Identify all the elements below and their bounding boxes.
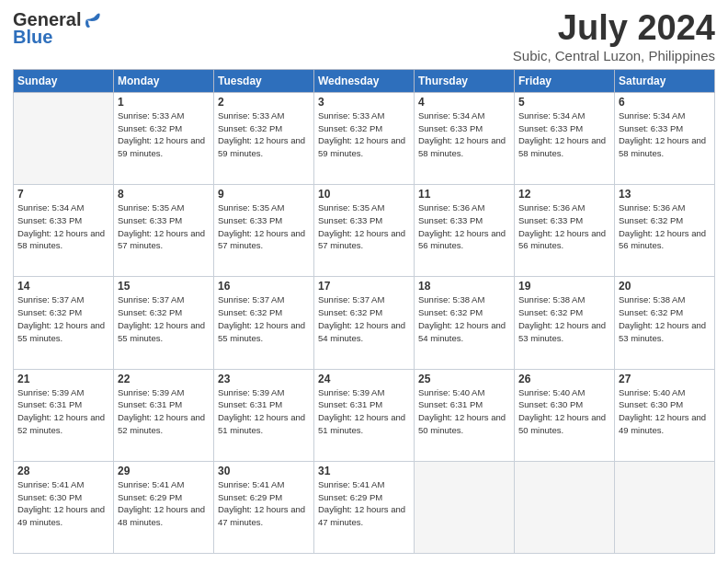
calendar-cell: 31Sunrise: 5:41 AM Sunset: 6:29 PM Dayli… — [314, 461, 415, 553]
day-info: Sunrise: 5:36 AM Sunset: 6:33 PM Dayligh… — [418, 201, 510, 252]
calendar-cell: 30Sunrise: 5:41 AM Sunset: 6:29 PM Dayli… — [214, 461, 314, 553]
day-info: Sunrise: 5:40 AM Sunset: 6:30 PM Dayligh… — [619, 386, 711, 437]
calendar-cell: 2Sunrise: 5:33 AM Sunset: 6:32 PM Daylig… — [214, 92, 314, 184]
day-info: Sunrise: 5:33 AM Sunset: 6:32 PM Dayligh… — [118, 109, 210, 160]
week-row-4: 21Sunrise: 5:39 AM Sunset: 6:31 PM Dayli… — [14, 369, 715, 461]
day-number: 25 — [418, 373, 510, 385]
weekday-header-thursday: Thursday — [415, 69, 515, 92]
subtitle: Subic, Central Luzon, Philippines — [513, 48, 715, 63]
calendar-cell: 3Sunrise: 5:33 AM Sunset: 6:32 PM Daylig… — [314, 92, 415, 184]
weekday-header-wednesday: Wednesday — [314, 69, 415, 92]
calendar-cell: 5Sunrise: 5:34 AM Sunset: 6:33 PM Daylig… — [515, 92, 615, 184]
calendar-cell — [615, 461, 715, 553]
day-number: 1 — [118, 96, 210, 109]
day-number: 22 — [118, 373, 210, 385]
day-number: 28 — [17, 465, 109, 477]
calendar-cell: 29Sunrise: 5:41 AM Sunset: 6:29 PM Dayli… — [114, 461, 214, 553]
weekday-header-saturday: Saturday — [615, 69, 715, 92]
day-number: 19 — [518, 280, 610, 293]
day-number: 9 — [218, 188, 310, 201]
calendar-cell: 7Sunrise: 5:34 AM Sunset: 6:33 PM Daylig… — [14, 185, 114, 277]
weekday-header-tuesday: Tuesday — [214, 69, 314, 92]
calendar-cell: 22Sunrise: 5:39 AM Sunset: 6:31 PM Dayli… — [114, 369, 214, 461]
calendar-cell — [515, 461, 615, 553]
day-number: 10 — [318, 188, 410, 201]
day-info: Sunrise: 5:39 AM Sunset: 6:31 PM Dayligh… — [118, 386, 210, 437]
week-row-5: 28Sunrise: 5:41 AM Sunset: 6:30 PM Dayli… — [14, 461, 715, 553]
day-info: Sunrise: 5:37 AM Sunset: 6:32 PM Dayligh… — [118, 293, 210, 344]
calendar-cell: 12Sunrise: 5:36 AM Sunset: 6:33 PM Dayli… — [515, 185, 615, 277]
day-info: Sunrise: 5:38 AM Sunset: 6:32 PM Dayligh… — [418, 293, 510, 344]
day-number: 20 — [619, 280, 711, 293]
day-info: Sunrise: 5:34 AM Sunset: 6:33 PM Dayligh… — [17, 201, 109, 252]
day-number: 26 — [518, 373, 610, 385]
calendar-cell: 24Sunrise: 5:39 AM Sunset: 6:31 PM Dayli… — [314, 369, 415, 461]
calendar-cell: 23Sunrise: 5:39 AM Sunset: 6:31 PM Dayli… — [214, 369, 314, 461]
day-number: 18 — [418, 280, 510, 293]
day-number: 8 — [118, 188, 210, 201]
calendar-cell: 10Sunrise: 5:35 AM Sunset: 6:33 PM Dayli… — [314, 185, 415, 277]
day-info: Sunrise: 5:37 AM Sunset: 6:32 PM Dayligh… — [218, 293, 310, 344]
calendar-cell: 15Sunrise: 5:37 AM Sunset: 6:32 PM Dayli… — [114, 277, 214, 369]
weekday-header-row: SundayMondayTuesdayWednesdayThursdayFrid… — [14, 69, 715, 92]
calendar-cell: 17Sunrise: 5:37 AM Sunset: 6:32 PM Dayli… — [314, 277, 415, 369]
calendar-table: SundayMondayTuesdayWednesdayThursdayFrid… — [13, 69, 715, 554]
day-info: Sunrise: 5:37 AM Sunset: 6:32 PM Dayligh… — [17, 293, 109, 344]
calendar-cell: 20Sunrise: 5:38 AM Sunset: 6:32 PM Dayli… — [615, 277, 715, 369]
weekday-header-sunday: Sunday — [14, 69, 114, 92]
day-number: 7 — [17, 188, 109, 201]
main-title: July 2024 — [513, 9, 715, 48]
day-info: Sunrise: 5:33 AM Sunset: 6:32 PM Dayligh… — [218, 109, 310, 160]
calendar-cell: 1Sunrise: 5:33 AM Sunset: 6:32 PM Daylig… — [114, 92, 214, 184]
logo-bird-icon — [81, 12, 101, 29]
day-number: 6 — [619, 96, 711, 109]
day-number: 13 — [619, 188, 711, 201]
calendar-cell: 8Sunrise: 5:35 AM Sunset: 6:33 PM Daylig… — [114, 185, 214, 277]
calendar-cell: 27Sunrise: 5:40 AM Sunset: 6:30 PM Dayli… — [615, 369, 715, 461]
calendar-cell: 11Sunrise: 5:36 AM Sunset: 6:33 PM Dayli… — [415, 185, 515, 277]
day-number: 5 — [518, 96, 610, 109]
day-info: Sunrise: 5:37 AM Sunset: 6:32 PM Dayligh… — [318, 293, 410, 344]
day-info: Sunrise: 5:38 AM Sunset: 6:32 PM Dayligh… — [619, 293, 711, 344]
calendar-cell: 6Sunrise: 5:34 AM Sunset: 6:33 PM Daylig… — [615, 92, 715, 184]
day-number: 17 — [318, 280, 410, 293]
day-info: Sunrise: 5:35 AM Sunset: 6:33 PM Dayligh… — [318, 201, 410, 252]
day-number: 23 — [218, 373, 310, 385]
calendar-cell: 21Sunrise: 5:39 AM Sunset: 6:31 PM Dayli… — [14, 369, 114, 461]
calendar-cell: 19Sunrise: 5:38 AM Sunset: 6:32 PM Dayli… — [515, 277, 615, 369]
header: General Blue July 2024 Subic, Central Lu… — [13, 9, 715, 63]
weekday-header-monday: Monday — [114, 69, 214, 92]
weekday-header-friday: Friday — [515, 69, 615, 92]
day-info: Sunrise: 5:36 AM Sunset: 6:32 PM Dayligh… — [619, 201, 711, 252]
logo-blue-text: Blue — [13, 27, 52, 48]
calendar-cell — [415, 461, 515, 553]
calendar-cell — [14, 92, 114, 184]
day-info: Sunrise: 5:35 AM Sunset: 6:33 PM Dayligh… — [118, 201, 210, 252]
calendar-cell: 25Sunrise: 5:40 AM Sunset: 6:31 PM Dayli… — [415, 369, 515, 461]
day-info: Sunrise: 5:41 AM Sunset: 6:29 PM Dayligh… — [118, 478, 210, 529]
week-row-2: 7Sunrise: 5:34 AM Sunset: 6:33 PM Daylig… — [14, 185, 715, 277]
day-info: Sunrise: 5:36 AM Sunset: 6:33 PM Dayligh… — [518, 201, 610, 252]
day-info: Sunrise: 5:40 AM Sunset: 6:30 PM Dayligh… — [518, 386, 610, 437]
calendar-cell: 13Sunrise: 5:36 AM Sunset: 6:32 PM Dayli… — [615, 185, 715, 277]
day-number: 16 — [218, 280, 310, 293]
day-number: 14 — [17, 280, 109, 293]
logo: General Blue — [13, 9, 101, 48]
calendar-cell: 4Sunrise: 5:34 AM Sunset: 6:33 PM Daylig… — [415, 92, 515, 184]
day-number: 29 — [118, 465, 210, 477]
day-number: 30 — [218, 465, 310, 477]
day-info: Sunrise: 5:38 AM Sunset: 6:32 PM Dayligh… — [518, 293, 610, 344]
day-number: 4 — [418, 96, 510, 109]
title-block: July 2024 Subic, Central Luzon, Philippi… — [513, 9, 715, 63]
day-info: Sunrise: 5:33 AM Sunset: 6:32 PM Dayligh… — [318, 109, 410, 160]
day-info: Sunrise: 5:40 AM Sunset: 6:31 PM Dayligh… — [418, 386, 510, 437]
day-number: 3 — [318, 96, 410, 109]
day-info: Sunrise: 5:41 AM Sunset: 6:29 PM Dayligh… — [318, 478, 410, 529]
day-info: Sunrise: 5:35 AM Sunset: 6:33 PM Dayligh… — [218, 201, 310, 252]
calendar-cell: 28Sunrise: 5:41 AM Sunset: 6:30 PM Dayli… — [14, 461, 114, 553]
day-info: Sunrise: 5:41 AM Sunset: 6:29 PM Dayligh… — [218, 478, 310, 529]
day-number: 12 — [518, 188, 610, 201]
day-info: Sunrise: 5:34 AM Sunset: 6:33 PM Dayligh… — [518, 109, 610, 160]
day-number: 24 — [318, 373, 410, 385]
calendar-cell: 16Sunrise: 5:37 AM Sunset: 6:32 PM Dayli… — [214, 277, 314, 369]
